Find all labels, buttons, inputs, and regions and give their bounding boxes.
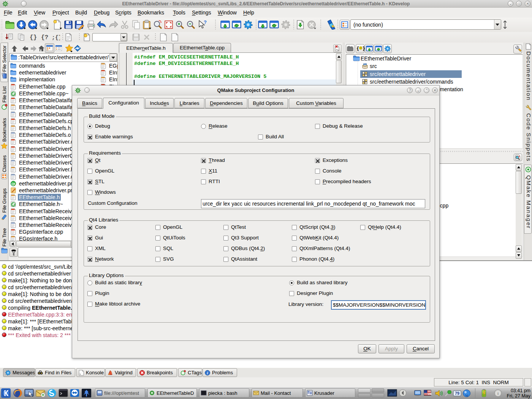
svg-text:US: US xyxy=(428,392,432,396)
svg-text:{?: {? xyxy=(41,34,48,41)
svg-text:79: 79 xyxy=(455,391,459,396)
svg-text:i: i xyxy=(497,391,499,396)
svg-text:Qt: Qt xyxy=(11,182,15,186)
svg-text:i: i xyxy=(207,371,208,375)
svg-text:?: ? xyxy=(204,19,207,25)
svg-text:{}: {} xyxy=(30,34,37,41)
svg-text:;{}: ;{} xyxy=(52,35,60,41)
